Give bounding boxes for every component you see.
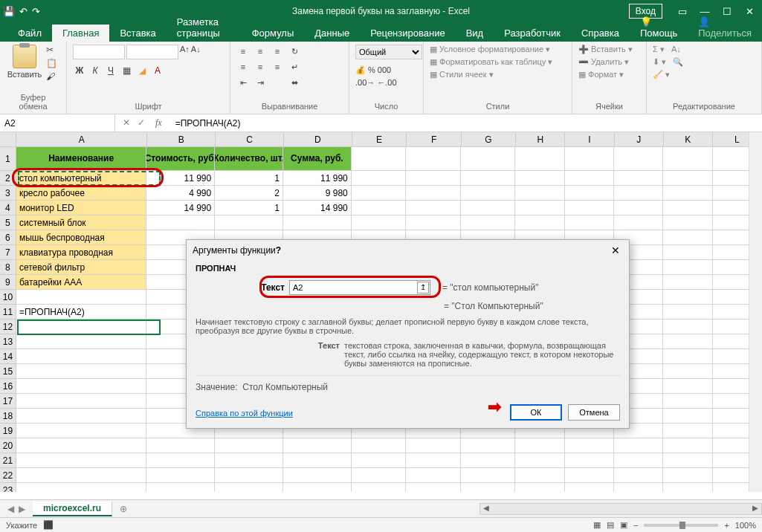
cell[interactable]	[283, 483, 352, 492]
tab-формулы[interactable]: Формулы	[242, 25, 305, 42]
row-header[interactable]: 7	[0, 245, 16, 260]
cell[interactable]	[663, 438, 712, 453]
comma-icon[interactable]: 000	[378, 65, 391, 75]
cell[interactable]	[565, 453, 614, 468]
format-cells-button[interactable]: ▦ Формат ▾	[578, 70, 624, 80]
cell[interactable]	[16, 483, 146, 492]
row-header[interactable]: 12	[0, 319, 16, 334]
fx-icon[interactable]: fx	[155, 117, 162, 129]
view-break-icon[interactable]: ▣	[620, 520, 627, 530]
row-header[interactable]: 4	[0, 201, 16, 215]
cell[interactable]	[515, 483, 564, 492]
cell[interactable]	[565, 468, 614, 483]
col-header[interactable]: E	[352, 132, 407, 147]
border-icon[interactable]: ▦	[120, 65, 133, 76]
row-header[interactable]: 16	[0, 379, 16, 394]
cell[interactable]: 14 990	[283, 201, 352, 215]
decrease-decimal-icon[interactable]: ←.00	[377, 78, 396, 87]
col-header[interactable]: B	[147, 132, 216, 147]
cell[interactable]	[515, 438, 564, 453]
row-header[interactable]: 18	[0, 409, 16, 424]
sheet-next-icon[interactable]: ▶	[19, 504, 25, 514]
cell[interactable]: монитор LED	[16, 201, 146, 215]
cell[interactable]	[663, 171, 712, 186]
cell[interactable]	[663, 201, 712, 215]
tab-поделиться[interactable]: 👤 Поделиться	[688, 13, 762, 42]
cell[interactable]	[16, 379, 146, 394]
cell-styles-button[interactable]: ▦ Стили ячеек ▾	[430, 70, 494, 80]
cell[interactable]	[16, 364, 146, 379]
cell[interactable]	[515, 453, 564, 468]
number-format-select[interactable]: Общий	[355, 45, 422, 59]
enter-formula-icon[interactable]: ✓	[138, 117, 145, 129]
cell[interactable]	[215, 453, 283, 468]
cell[interactable]	[146, 438, 215, 453]
cell[interactable]	[663, 379, 712, 394]
cell[interactable]	[406, 201, 461, 215]
save-icon[interactable]: 💾	[3, 6, 15, 17]
row-header[interactable]: 14	[0, 349, 16, 364]
zoom-out-icon[interactable]: −	[633, 521, 638, 530]
cell[interactable]	[515, 147, 564, 171]
cell[interactable]	[565, 171, 614, 186]
cell[interactable]	[614, 438, 663, 453]
cell[interactable]	[406, 453, 461, 468]
cell[interactable]	[352, 215, 407, 230]
cell[interactable]	[16, 319, 146, 334]
col-header[interactable]: J	[615, 132, 664, 147]
tab-файл[interactable]: Файл	[7, 25, 52, 42]
cell[interactable]	[461, 453, 516, 468]
cell[interactable]	[515, 186, 564, 201]
zoom-slider[interactable]	[644, 524, 718, 527]
cancel-formula-icon[interactable]: ✕	[123, 117, 130, 129]
percent-icon[interactable]: %	[368, 65, 375, 75]
tab-справка[interactable]: Справка	[571, 25, 630, 42]
cut-icon[interactable]: ✂	[46, 45, 57, 55]
increase-decimal-icon[interactable]: .00→	[355, 78, 375, 87]
col-header[interactable]: I	[565, 132, 614, 147]
row-header[interactable]: 9	[0, 275, 16, 290]
col-header[interactable]: C	[216, 132, 284, 147]
cell[interactable]	[352, 468, 407, 483]
cell[interactable]	[215, 483, 283, 492]
redo-icon[interactable]: ↷	[32, 6, 40, 17]
cell[interactable]: Наименование	[16, 147, 146, 171]
format-as-table-button[interactable]: ▦ Форматировать как таблицу ▾	[430, 57, 552, 67]
cell[interactable]: системный блок	[16, 215, 146, 230]
cell[interactable]	[614, 147, 663, 171]
cell[interactable]	[614, 453, 663, 468]
cell[interactable]	[406, 215, 461, 230]
cell[interactable]	[663, 319, 712, 334]
cell[interactable]	[461, 147, 516, 171]
format-painter-icon[interactable]: 🖌	[46, 71, 57, 82]
clear-button[interactable]: 🧹 ▾	[653, 70, 670, 80]
row-header[interactable]: 10	[0, 290, 16, 305]
vertical-scrollbar[interactable]	[749, 132, 762, 492]
cell[interactable]	[663, 215, 712, 230]
cell[interactable]	[406, 438, 461, 453]
bold-button[interactable]: Ж	[73, 65, 86, 76]
underline-button[interactable]: Ч	[104, 65, 117, 76]
cell[interactable]: 1	[215, 201, 283, 215]
cell[interactable]	[515, 215, 564, 230]
cell[interactable]	[663, 230, 712, 245]
row-header[interactable]: 20	[0, 438, 16, 453]
cell[interactable]	[663, 334, 712, 349]
tab-данные[interactable]: Данные	[304, 25, 360, 42]
view-normal-icon[interactable]: ▦	[593, 520, 601, 530]
paste-button[interactable]: Вставить	[6, 45, 43, 79]
cell[interactable]	[663, 453, 712, 468]
cell[interactable]	[215, 468, 283, 483]
insert-cells-button[interactable]: ➕ Вставить ▾	[578, 45, 633, 54]
cell[interactable]	[283, 438, 352, 453]
cell[interactable]	[146, 483, 215, 492]
cell[interactable]	[515, 171, 564, 186]
cell[interactable]	[614, 468, 663, 483]
cell[interactable]	[461, 468, 516, 483]
row-header[interactable]: 3	[0, 186, 16, 201]
cell[interactable]: 1	[215, 171, 283, 186]
row-header[interactable]: 8	[0, 260, 16, 275]
row-header[interactable]: 5	[0, 215, 16, 230]
copy-icon[interactable]: 📋	[46, 58, 57, 68]
cell[interactable]	[215, 215, 283, 230]
